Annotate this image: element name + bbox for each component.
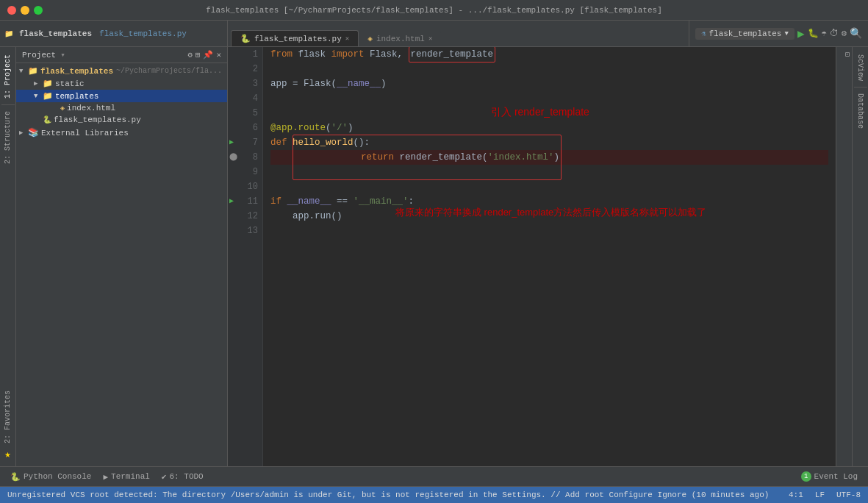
tab-label-py: flask_templates.py: [254, 35, 342, 43]
tab-index-html[interactable]: ◈ index.html ✕: [359, 31, 441, 46]
line-10: 10: [228, 179, 258, 194]
sidebar-item-structure[interactable]: 2: Structure: [2, 107, 13, 168]
status-bar: Unregistered VCS root detected: The dire…: [0, 487, 868, 503]
ext-libs-icon: 📚: [28, 127, 39, 138]
project-panel: Project ▾ ⚙ ⊞ 📌 ✕ ▼ 📁 flask_templates ~/…: [16, 47, 228, 466]
project-pin-icon[interactable]: 📌: [203, 50, 213, 60]
line-1: 1: [228, 47, 258, 62]
route-str: '/': [331, 121, 348, 135]
static-folder-icon: 📁: [43, 79, 53, 88]
highlight-return-line: return render_template('index.html'): [293, 135, 562, 180]
todo-label: 6: TODO: [169, 472, 203, 481]
line-11: ▶ 11: [228, 194, 258, 209]
kw-import: import: [331, 47, 365, 62]
code-line-13: [270, 224, 828, 238]
tab-flask-templates-py[interactable]: 🐍 flask_templates.py ✕: [231, 30, 359, 46]
tab-close-html[interactable]: ✕: [428, 35, 432, 43]
editor-area: 1 2 3 4 5 6 ▶ 7 ⬤ 8 9 10 ▶ 11: [228, 47, 852, 466]
titlebar: flask_templates [~/PycharmProjects/flask…: [0, 0, 868, 21]
line-6: 6: [228, 121, 258, 135]
sidebar-item-database[interactable]: Database: [855, 89, 866, 133]
indent-return: [270, 150, 293, 165]
close-button[interactable]: [7, 6, 16, 15]
maximize-button[interactable]: [34, 6, 43, 15]
tree-item-static[interactable]: ▶ 📁 static: [16, 77, 227, 90]
line-7: ▶ 7: [228, 135, 258, 150]
project-label: flask_templates: [19, 29, 92, 38]
code-line-1: from flask import Flask, render_template: [270, 47, 828, 62]
file-tab-py: flask_templates.py: [99, 29, 187, 38]
line-8: ⬤ 8: [228, 150, 258, 165]
tree-item-flask-templates-py[interactable]: 🐍 flask_templates.py: [16, 114, 227, 126]
coverage-button[interactable]: ☂: [822, 28, 827, 39]
close-paren: ): [381, 76, 387, 91]
run-gutter-icon: ▶: [229, 135, 234, 150]
cursor-position: 4:1: [789, 490, 803, 499]
dunder-name: __name__: [337, 76, 381, 91]
line-2: 2: [228, 62, 258, 76]
tree-item-root[interactable]: ▼ 📁 flask_templates ~/PycharmProjects/fl…: [16, 65, 227, 77]
sidebar-item-scview[interactable]: ScView: [855, 50, 866, 85]
return-close: ): [554, 152, 560, 163]
terminal-icon: ▶: [103, 472, 108, 482]
tab-terminal[interactable]: ▶ Terminal: [98, 471, 154, 483]
minimize-button[interactable]: [21, 6, 29, 15]
sidebar-item-project[interactable]: 1: Project: [2, 50, 13, 103]
tree-item-templates[interactable]: ▼ 📁 templates: [16, 90, 227, 102]
editor-scrollbar[interactable]: [836, 47, 843, 466]
kw-return: return: [361, 152, 394, 163]
profile-button[interactable]: ⏱: [830, 28, 839, 39]
settings-button[interactable]: ⚙: [842, 28, 847, 39]
static-label: static: [55, 79, 85, 88]
decorator: @app.route: [270, 121, 326, 135]
line-4: 4: [228, 91, 258, 106]
code-line-12: app.run(): [270, 209, 828, 224]
project-close-icon[interactable]: ✕: [216, 50, 221, 60]
py-file-icon: 🐍: [43, 115, 51, 124]
code-line-2: [270, 62, 828, 76]
highlight-render-template: render_template: [409, 47, 496, 63]
project-icon: 📁: [4, 29, 13, 38]
terminal-label: Terminal: [111, 472, 150, 481]
todo-icon: ✔: [162, 472, 167, 482]
tree-item-external-libs[interactable]: ▶ 📚 External Libraries: [16, 126, 227, 140]
code-space1: flask: [293, 47, 331, 62]
project-settings-icon[interactable]: ⚙: [187, 50, 193, 60]
window-title: flask_templates [~/PycharmProjects/flask…: [206, 6, 662, 15]
flask-templates-py-label: flask_templates.py: [54, 115, 141, 124]
flask-run-icon: ⚗: [701, 29, 706, 38]
line-12: 12: [228, 209, 258, 224]
tree-item-index-html[interactable]: ◈ index.html: [16, 102, 227, 114]
code-line-6: @app.route('/'): [270, 121, 828, 135]
debug-button[interactable]: 🐛: [808, 28, 819, 39]
tab-close-py[interactable]: ✕: [345, 35, 349, 43]
search-button[interactable]: 🔍: [850, 27, 862, 40]
run-config-label: flask_templates: [709, 29, 781, 38]
code-area[interactable]: from flask import Flask, render_template…: [263, 47, 836, 466]
tab-python-console[interactable]: 🐍 Python Console: [6, 471, 96, 483]
favorites-star-icon[interactable]: ★: [2, 448, 13, 460]
html-icon: ◈: [367, 34, 373, 43]
python-console-icon: 🐍: [10, 472, 21, 482]
sidebar-item-favorites[interactable]: 2: Favorites: [2, 386, 13, 448]
app-run: app.run(): [270, 209, 342, 224]
run-config-dropdown[interactable]: ⚗ flask_templates ▼: [695, 28, 794, 40]
left-sidebar: 1: Project 2: Structure 2: Favorites ★: [0, 47, 16, 466]
project-layout-icon[interactable]: ⊞: [196, 50, 201, 60]
templates-label: templates: [55, 92, 98, 101]
event-log-badge: 1: [801, 471, 811, 482]
index-html-label: index.html: [67, 104, 115, 113]
str-index-html: 'index.html': [488, 152, 554, 163]
root-folder-icon: 📁: [28, 66, 38, 76]
html-file-icon: ◈: [60, 104, 65, 113]
dropdown-arrow-icon: ▼: [784, 30, 788, 38]
route-close: ): [348, 121, 354, 135]
run-gutter-icon-11: ▶: [229, 194, 234, 209]
templates-arrow-icon: ▼: [34, 93, 43, 100]
status-message: Unregistered VCS root detected: The dire…: [7, 490, 769, 499]
python-console-label: Python Console: [24, 472, 91, 481]
tab-event-log[interactable]: 1 Event Log: [797, 470, 862, 483]
run-button[interactable]: ▶: [797, 26, 805, 41]
tab-todo[interactable]: ✔ 6: TODO: [157, 471, 208, 483]
fold-indicator: ⊡: [843, 47, 852, 466]
